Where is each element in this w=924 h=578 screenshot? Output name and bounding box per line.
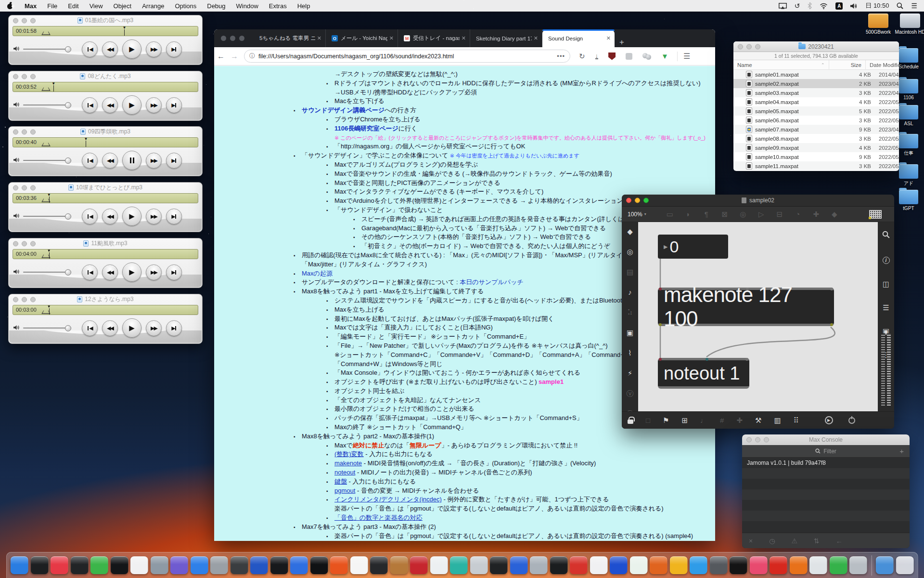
dock-icon-28[interactable] xyxy=(550,556,567,574)
dock-icon-22[interactable] xyxy=(430,556,448,574)
skip-back-button[interactable]: ◀ xyxy=(82,320,98,336)
skip-back-button[interactable]: ◀ xyxy=(82,41,98,57)
skip-back-button[interactable]: ◀ xyxy=(82,264,98,280)
file-row-sample09.maxpat[interactable]: sample09.maxpat4 KB2022/05/04 xyxy=(733,143,899,152)
dock-icon-1[interactable] xyxy=(11,556,28,574)
dock-icon-38[interactable] xyxy=(749,556,767,574)
fast-forward-button[interactable]: ▶▶ xyxy=(146,320,162,336)
volume-slider[interactable] xyxy=(23,158,71,163)
input-source-a-icon[interactable]: A xyxy=(835,2,843,10)
tab-3[interactable]: M受信トレイ - nagasm05✕ xyxy=(398,29,470,47)
sort-icon[interactable]: ⇅ xyxy=(814,537,820,545)
makenote-object[interactable]: makenote 127 100 xyxy=(658,288,834,326)
piano-icon[interactable]: ▥ xyxy=(774,417,781,424)
rewind-button[interactable]: ◀◀ xyxy=(102,97,118,113)
sequencer-icon[interactable]: ⠵ xyxy=(628,309,633,316)
play-pause-button[interactable]: ▶ xyxy=(122,39,141,59)
number-box[interactable]: ▶0 xyxy=(658,235,728,259)
playhead-marker[interactable]: ▼ xyxy=(122,26,127,30)
playhead-marker[interactable]: ▼ xyxy=(47,305,51,309)
dock-icon-9[interactable] xyxy=(170,556,188,574)
volume-knob[interactable] xyxy=(65,102,71,108)
rewind-button[interactable]: ◀◀ xyxy=(102,320,118,336)
window-dot[interactable] xyxy=(22,185,27,190)
dock-icon-21[interactable] xyxy=(410,556,428,574)
file-row-sample01.maxpat[interactable]: sample01.maxpat4 KB2014/04/30 xyxy=(733,70,899,79)
menu-item-options[interactable]: Options xyxy=(169,0,202,12)
player-traffic-lights[interactable] xyxy=(13,297,36,302)
dock-icon-15[interactable] xyxy=(290,556,308,574)
skip-back-button[interactable]: ◀ xyxy=(82,97,98,113)
menu-item-extras[interactable]: Extras xyxy=(264,0,292,12)
dock-icon-26[interactable] xyxy=(510,556,527,574)
url-text[interactable]: file:///Users/nagasm/Documents/nagasm_or… xyxy=(258,53,557,60)
comment-icon[interactable]: ¶ xyxy=(697,210,716,219)
dock-icon-3[interactable] xyxy=(51,556,68,574)
dual-pane-icon[interactable]: ◫ xyxy=(883,280,889,288)
window-dot[interactable] xyxy=(30,129,36,134)
column-date[interactable]: Date Modified xyxy=(865,60,899,70)
dock-icon-19[interactable] xyxy=(370,556,388,574)
content-link[interactable]: (整数)変数 xyxy=(334,450,364,458)
dock-icon-39[interactable] xyxy=(770,556,787,574)
grid-toggle-icon[interactable] xyxy=(869,210,882,219)
desktop-folder-6[interactable]: tGPT xyxy=(893,190,924,211)
player-timeline[interactable]: 00:04:00▼ xyxy=(13,249,198,259)
notification-center-icon[interactable]: ☰ xyxy=(911,2,917,10)
console-title-bar[interactable]: Max Console xyxy=(742,434,910,445)
player-title-bar[interactable]: 09四季頌歌.mp3 xyxy=(9,127,202,137)
info-icon[interactable]: i xyxy=(883,257,890,264)
zoom-select[interactable]: 100%▾ xyxy=(628,211,646,218)
player-title-bar[interactable]: 11颱風歌.mp3 xyxy=(9,238,202,249)
volume-slider[interactable] xyxy=(23,325,71,331)
player-timeline[interactable]: 00:01:58▼ xyxy=(13,26,198,36)
extension-icon[interactable] xyxy=(626,53,632,60)
window-dot[interactable] xyxy=(13,297,18,302)
site-info-icon[interactable]: ⓘ xyxy=(249,52,255,60)
player-timeline[interactable]: 00:03:36▼ xyxy=(13,193,198,203)
filter-input[interactable]: Filter xyxy=(823,448,836,455)
dock-icon-25[interactable] xyxy=(490,556,508,574)
desktop-icon-macintosh-hd[interactable]: Macintosh HD xyxy=(892,13,924,35)
menu-item-arrange[interactable]: Arrange xyxy=(137,0,169,12)
dock-icon-13[interactable] xyxy=(250,556,268,574)
file-row-sample07.maxpat[interactable]: sample07.maxpat9 KB2023/04/16 xyxy=(733,125,899,134)
dock-trash-icon[interactable] xyxy=(896,556,913,574)
dock-icon-35[interactable] xyxy=(690,556,707,574)
ublock-shield-icon[interactable] xyxy=(608,53,616,60)
window-dot[interactable] xyxy=(22,18,27,23)
skip-forward-button[interactable]: ▶ xyxy=(166,97,182,113)
dock-icon-36[interactable] xyxy=(709,556,727,574)
dock-folder-icon[interactable] xyxy=(876,556,894,574)
content-link[interactable]: 「音色」の数字と楽器名の対応 xyxy=(334,514,423,521)
rewind-button[interactable]: ◀◀ xyxy=(102,264,118,280)
file-row-sample02.maxpat[interactable]: sample02.maxpat2 KB2023/04/16 xyxy=(733,79,899,88)
window-dot[interactable] xyxy=(13,185,18,190)
layers-icon[interactable]: ⊞ xyxy=(682,417,688,424)
panel-icon[interactable]: ▤ xyxy=(627,268,633,276)
skip-forward-button[interactable]: ▶ xyxy=(166,41,182,57)
dock-icon-12[interactable] xyxy=(230,556,248,574)
play-pause-button[interactable]: ▶ xyxy=(122,263,141,282)
dock-icon-42[interactable] xyxy=(829,556,847,574)
skip-back-button[interactable]: ◀ xyxy=(82,209,98,224)
patcher-canvas[interactable]: ▶0 makenote 127 100 noteout 1 xyxy=(638,222,878,411)
airplay-display-icon[interactable] xyxy=(779,3,787,9)
dock-icon-23[interactable] xyxy=(450,556,468,574)
rewind-button[interactable]: ◀◀ xyxy=(102,209,118,224)
window-dot[interactable] xyxy=(30,241,36,246)
back-icon[interactable]: ← xyxy=(836,537,843,545)
apple-menu-icon[interactable] xyxy=(7,2,13,9)
player-timeline[interactable]: 00:03:52▼ xyxy=(13,82,198,92)
volume-icon[interactable] xyxy=(850,3,858,9)
dial-icon[interactable]: ◔ xyxy=(789,210,807,219)
file-row-sample11.maxpat[interactable]: sample11.maxpat3 KB2022/05/04 xyxy=(733,161,899,171)
back-button[interactable]: ← xyxy=(214,52,228,61)
window-dot[interactable] xyxy=(22,241,27,246)
wifi-icon[interactable] xyxy=(820,3,828,9)
volume-knob[interactable] xyxy=(65,46,71,53)
menu-item-edit[interactable]: Edit xyxy=(63,0,84,12)
content-link[interactable]: サウンドデザイン講義ページ xyxy=(302,106,385,114)
skip-forward-button[interactable]: ▶ xyxy=(166,153,182,169)
playhead-marker[interactable]: ▼ xyxy=(47,193,51,197)
